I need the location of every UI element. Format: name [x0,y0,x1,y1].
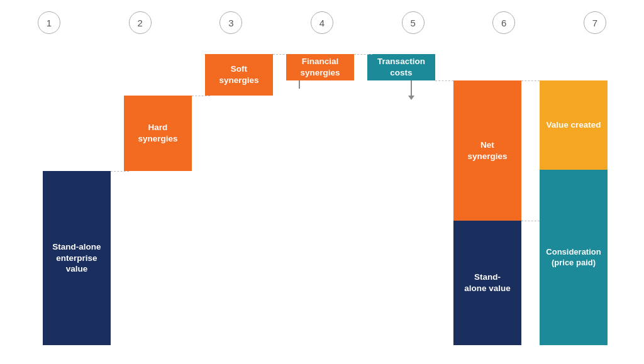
connector-4-5 [354,54,372,55]
circle-2: 2 [129,11,152,34]
bar-net-synergies: Netsynergies [453,80,521,221]
bar-hard-synergies: Hardsynergies [124,96,192,171]
connector-5-6 [435,80,453,81]
circle-3: 3 [219,11,242,34]
connector-6-7 [521,80,540,81]
circle-6: 6 [492,11,515,34]
bar-transaction-costs: Transactioncosts [367,54,435,80]
bar-stand-alone-value: Stand-alone value [453,221,521,345]
connector-1-2 [111,171,129,172]
circle-7: 7 [584,11,606,34]
circle-4: 4 [311,11,333,34]
connector-2-3 [192,96,210,96]
bar-value-created: Value created [540,80,608,170]
connector-6-7-bottom [521,221,540,221]
bar-stand-alone: Stand-aloneenterprisevalue [43,171,111,345]
bar-financial-synergies: Financialsynergies [286,54,354,80]
chart-container: 1 2 3 4 5 6 7 Stand-aloneenterprisevalue… [0,0,644,364]
circle-1: 1 [38,11,60,34]
arrow-transaction-costs [408,80,414,100]
number-circles: 1 2 3 4 5 6 7 [38,11,606,34]
bar-soft-synergies: Softsynergies [205,54,273,96]
bar-consideration: Consideration(price paid) [540,170,608,345]
circle-5: 5 [402,11,425,34]
